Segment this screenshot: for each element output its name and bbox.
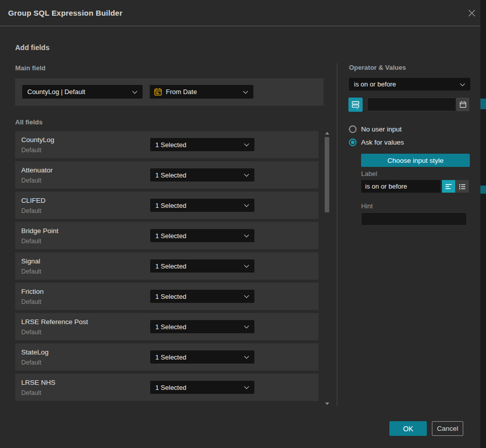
no-user-input-radio[interactable]: No user input: [349, 125, 357, 133]
field-selection-value: 1 Selected: [155, 293, 186, 300]
field-selection-dropdown[interactable]: 1 Selected: [150, 350, 254, 364]
field-name: Attenuator: [21, 166, 53, 174]
add-fields-heading: Add fields: [15, 43, 50, 52]
field-selection-dropdown[interactable]: 1 Selected: [150, 381, 254, 394]
ok-button[interactable]: OK: [389, 421, 427, 436]
field-selection-value: 1 Selected: [155, 353, 186, 361]
field-selection-value: 1 Selected: [155, 171, 186, 179]
field-sublabel: Default: [21, 238, 41, 245]
field-selection-dropdown[interactable]: 1 Selected: [150, 199, 254, 212]
field-selection-value: 1 Selected: [155, 262, 186, 270]
chevron-down-icon: [244, 324, 249, 329]
chevron-down-icon: [244, 384, 249, 389]
all-fields-list: CountyLog Default 1 Selected Attenuator …: [15, 131, 319, 404]
field-row: StateLog Default 1 Selected: [15, 343, 319, 371]
layer-select-value: CountyLog | Default: [27, 88, 85, 96]
chevron-down-icon: [244, 293, 249, 298]
field-sublabel: Default: [21, 389, 41, 396]
field-sublabel: Default: [21, 207, 41, 214]
field-selection-dropdown[interactable]: 1 Selected: [150, 138, 254, 151]
main-field-select-dropdown[interactable]: From Date: [150, 85, 253, 99]
value-type-icon: [351, 100, 360, 109]
field-sublabel: Default: [21, 359, 41, 366]
field-selection-value: 1 Selected: [155, 323, 186, 331]
date-picker-button[interactable]: [456, 98, 469, 111]
field-selection-value: 1 Selected: [155, 384, 186, 391]
field-selection-dropdown[interactable]: 1 Selected: [150, 259, 254, 273]
calendar-icon: [154, 87, 162, 96]
chevron-down-icon: [244, 233, 249, 238]
field-selection-dropdown[interactable]: 1 Selected: [150, 229, 254, 242]
field-sublabel: Default: [21, 329, 41, 336]
list-icon: [458, 183, 466, 191]
panel-divider: [337, 63, 337, 406]
scroll-up-icon[interactable]: [325, 132, 329, 135]
field-selection-dropdown[interactable]: 1 Selected: [150, 320, 254, 333]
close-icon: [466, 8, 477, 19]
field-name: LRSE NHS: [21, 379, 56, 386]
field-row: CLIFED Default 1 Selected: [15, 192, 319, 219]
radio-label: Ask for values: [361, 139, 404, 146]
cancel-button[interactable]: Cancel: [432, 421, 463, 436]
single-input-style-toggle[interactable]: [442, 180, 455, 193]
list-input-style-toggle[interactable]: [455, 180, 469, 193]
dialog-title: Group SQL Expression Builder: [8, 9, 122, 17]
field-selection-value: 1 Selected: [155, 232, 186, 240]
main-field-panel: CountyLog | Default From Date: [15, 78, 324, 106]
field-name: StateLog: [21, 348, 49, 356]
align-left-icon: [445, 183, 453, 191]
field-sublabel: Default: [21, 147, 41, 154]
background-app-accent: [480, 99, 486, 109]
main-field-label: Main field: [15, 64, 46, 72]
field-sublabel: Default: [21, 268, 41, 275]
operator-select-value: is on or before: [354, 80, 396, 88]
label-caption: Label: [361, 170, 377, 177]
choose-input-style-button[interactable]: Choose input style: [361, 154, 470, 167]
radio-label: No user input: [361, 125, 402, 133]
main-field-select-value: From Date: [166, 88, 197, 96]
close-button[interactable]: [466, 8, 477, 19]
field-name: CLIFED: [21, 197, 46, 204]
field-name: Signal: [21, 257, 40, 265]
chevron-down-icon: [244, 202, 249, 207]
value-input[interactable]: [367, 98, 456, 111]
hint-input[interactable]: [361, 212, 467, 226]
field-name: Bridge Point: [21, 227, 59, 235]
scrollbar-thumb[interactable]: [325, 137, 329, 212]
field-name: CountyLog: [21, 136, 54, 144]
field-sublabel: Default: [21, 177, 41, 184]
chevron-down-icon: [244, 263, 249, 268]
field-name: LRSE Reference Post: [21, 318, 88, 326]
field-selection-value: 1 Selected: [155, 202, 186, 209]
field-row: CountyLog Default 1 Selected: [15, 131, 319, 158]
calendar-icon: [459, 101, 467, 108]
field-selection-dropdown[interactable]: 1 Selected: [150, 168, 254, 182]
field-sublabel: Default: [21, 298, 41, 305]
field-row: Attenuator Default 1 Selected: [15, 161, 319, 189]
ask-for-values-radio[interactable]: Ask for values: [349, 138, 357, 146]
operator-select-dropdown[interactable]: is on or before: [349, 78, 470, 91]
fields-scrollbar[interactable]: [324, 130, 330, 407]
background-app-accent: [480, 186, 486, 194]
scroll-down-icon[interactable]: [325, 402, 329, 405]
chevron-down-icon: [132, 88, 138, 94]
value-type-button[interactable]: [348, 98, 363, 112]
group-sql-expression-builder-dialog: Group SQL Expression Builder Add fields …: [0, 0, 480, 448]
radio-icon: [349, 139, 357, 146]
dialog-titlebar: Group SQL Expression Builder: [0, 0, 480, 26]
field-row: Friction Default 1 Selected: [15, 283, 319, 310]
chevron-down-icon: [244, 142, 249, 147]
field-row: LRSE NHS Default 1 Selected: [15, 374, 319, 401]
chevron-down-icon: [244, 354, 249, 359]
field-row: LRSE Reference Post Default 1 Selected: [15, 313, 319, 340]
field-selection-value: 1 Selected: [155, 141, 186, 149]
chevron-down-icon: [460, 81, 465, 86]
layer-select-dropdown[interactable]: CountyLog | Default: [22, 85, 143, 99]
label-input[interactable]: [361, 180, 440, 193]
chevron-down-icon: [243, 88, 248, 94]
operator-values-heading: Operator & Values: [349, 64, 406, 71]
chevron-down-icon: [244, 172, 249, 177]
field-row: Signal Default 1 Selected: [15, 252, 319, 280]
all-fields-label: All fields: [15, 118, 42, 126]
field-selection-dropdown[interactable]: 1 Selected: [150, 290, 254, 303]
